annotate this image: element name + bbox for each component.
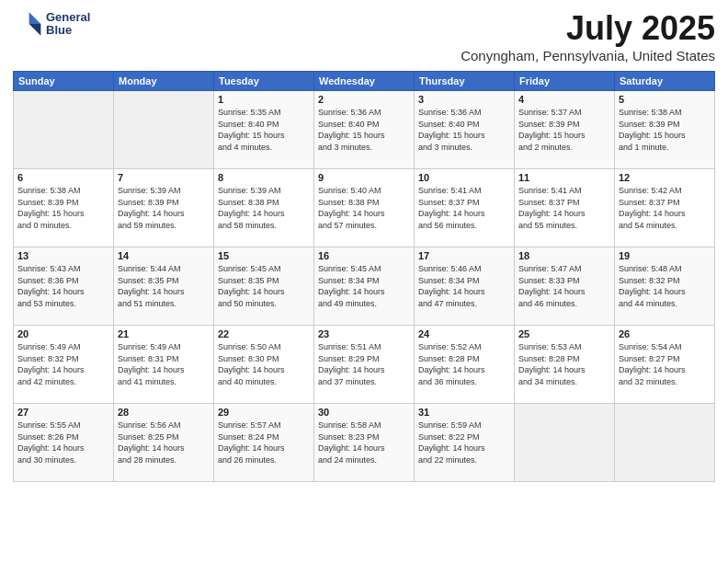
- day-number: 22: [218, 328, 310, 339]
- day-info: Sunrise: 5:41 AM Sunset: 8:37 PM Dayligh…: [418, 185, 510, 231]
- day-number: 13: [17, 250, 109, 261]
- weekday-header-tuesday: Tuesday: [214, 72, 314, 91]
- weekday-header-friday: Friday: [515, 72, 615, 91]
- location-title: Conyngham, Pennsylvania, United States: [461, 48, 715, 63]
- logo-line1: General: [46, 11, 90, 24]
- day-number: 26: [619, 328, 711, 339]
- weekday-header-thursday: Thursday: [415, 72, 515, 91]
- logo: General Blue: [13, 9, 90, 39]
- week-row-3: 13Sunrise: 5:43 AM Sunset: 8:36 PM Dayli…: [14, 247, 715, 326]
- day-info: Sunrise: 5:54 AM Sunset: 8:27 PM Dayligh…: [619, 341, 711, 387]
- day-info: Sunrise: 5:56 AM Sunset: 8:25 PM Dayligh…: [118, 419, 210, 465]
- calendar-cell: 16Sunrise: 5:45 AM Sunset: 8:34 PM Dayli…: [314, 247, 415, 326]
- day-info: Sunrise: 5:39 AM Sunset: 8:38 PM Dayligh…: [218, 185, 310, 231]
- day-number: 6: [17, 172, 109, 183]
- calendar-cell: 21Sunrise: 5:49 AM Sunset: 8:31 PM Dayli…: [114, 326, 214, 404]
- day-info: Sunrise: 5:35 AM Sunset: 8:40 PM Dayligh…: [218, 107, 310, 153]
- day-number: 4: [518, 94, 610, 105]
- day-info: Sunrise: 5:49 AM Sunset: 8:32 PM Dayligh…: [17, 341, 109, 387]
- day-number: 1: [218, 94, 310, 105]
- day-number: 21: [118, 328, 210, 339]
- day-info: Sunrise: 5:47 AM Sunset: 8:33 PM Dayligh…: [518, 263, 610, 309]
- calendar-cell: 2Sunrise: 5:36 AM Sunset: 8:40 PM Daylig…: [314, 91, 415, 169]
- logo-text: General Blue: [46, 11, 90, 38]
- calendar-cell: 15Sunrise: 5:45 AM Sunset: 8:35 PM Dayli…: [214, 247, 314, 326]
- calendar-cell: [615, 404, 715, 482]
- calendar-body: 1Sunrise: 5:35 AM Sunset: 8:40 PM Daylig…: [14, 91, 715, 482]
- day-number: 12: [619, 172, 711, 183]
- calendar-cell: 14Sunrise: 5:44 AM Sunset: 8:35 PM Dayli…: [114, 247, 214, 326]
- day-number: 3: [418, 94, 510, 105]
- day-number: 28: [118, 407, 210, 418]
- calendar-cell: 11Sunrise: 5:41 AM Sunset: 8:37 PM Dayli…: [515, 169, 615, 247]
- calendar-cell: 9Sunrise: 5:40 AM Sunset: 8:38 PM Daylig…: [314, 169, 415, 247]
- day-info: Sunrise: 5:36 AM Sunset: 8:40 PM Dayligh…: [418, 107, 510, 153]
- calendar-cell: 12Sunrise: 5:42 AM Sunset: 8:37 PM Dayli…: [615, 169, 715, 247]
- day-info: Sunrise: 5:43 AM Sunset: 8:36 PM Dayligh…: [17, 263, 109, 309]
- day-number: 9: [318, 172, 410, 183]
- day-number: 29: [218, 407, 310, 418]
- calendar-cell: 1Sunrise: 5:35 AM Sunset: 8:40 PM Daylig…: [214, 91, 314, 169]
- day-info: Sunrise: 5:36 AM Sunset: 8:40 PM Dayligh…: [318, 107, 410, 153]
- calendar-cell: 24Sunrise: 5:52 AM Sunset: 8:28 PM Dayli…: [415, 326, 515, 404]
- logo-icon: [13, 9, 42, 39]
- calendar-cell: 18Sunrise: 5:47 AM Sunset: 8:33 PM Dayli…: [515, 247, 615, 326]
- day-number: 8: [218, 172, 310, 183]
- calendar-cell: 5Sunrise: 5:38 AM Sunset: 8:39 PM Daylig…: [615, 91, 715, 169]
- calendar-cell: 25Sunrise: 5:53 AM Sunset: 8:28 PM Dayli…: [515, 326, 615, 404]
- svg-marker-0: [29, 12, 41, 24]
- day-info: Sunrise: 5:37 AM Sunset: 8:39 PM Dayligh…: [518, 107, 610, 153]
- day-number: 24: [418, 328, 510, 339]
- svg-marker-1: [29, 24, 41, 36]
- day-number: 16: [318, 250, 410, 261]
- day-info: Sunrise: 5:53 AM Sunset: 8:28 PM Dayligh…: [518, 341, 610, 387]
- weekday-header-wednesday: Wednesday: [314, 72, 415, 91]
- day-info: Sunrise: 5:59 AM Sunset: 8:22 PM Dayligh…: [418, 419, 510, 465]
- day-number: 25: [518, 328, 610, 339]
- page: General Blue July 2025 Conyngham, Pennsy…: [0, 0, 728, 563]
- calendar-cell: 10Sunrise: 5:41 AM Sunset: 8:37 PM Dayli…: [415, 169, 515, 247]
- day-info: Sunrise: 5:41 AM Sunset: 8:37 PM Dayligh…: [518, 185, 610, 231]
- day-number: 31: [418, 407, 510, 418]
- calendar-cell: 13Sunrise: 5:43 AM Sunset: 8:36 PM Dayli…: [14, 247, 114, 326]
- day-number: 2: [318, 94, 410, 105]
- day-number: 19: [619, 250, 711, 261]
- week-row-5: 27Sunrise: 5:55 AM Sunset: 8:26 PM Dayli…: [14, 404, 715, 482]
- day-number: 5: [619, 94, 711, 105]
- calendar-cell: [515, 404, 615, 482]
- header: General Blue July 2025 Conyngham, Pennsy…: [13, 9, 715, 63]
- week-row-4: 20Sunrise: 5:49 AM Sunset: 8:32 PM Dayli…: [14, 326, 715, 404]
- day-info: Sunrise: 5:45 AM Sunset: 8:35 PM Dayligh…: [218, 263, 310, 309]
- calendar-header: SundayMondayTuesdayWednesdayThursdayFrid…: [14, 72, 715, 91]
- week-row-1: 1Sunrise: 5:35 AM Sunset: 8:40 PM Daylig…: [14, 91, 715, 169]
- calendar-cell: 17Sunrise: 5:46 AM Sunset: 8:34 PM Dayli…: [415, 247, 515, 326]
- calendar-cell: 4Sunrise: 5:37 AM Sunset: 8:39 PM Daylig…: [515, 91, 615, 169]
- day-number: 10: [418, 172, 510, 183]
- day-number: 27: [17, 407, 109, 418]
- day-info: Sunrise: 5:38 AM Sunset: 8:39 PM Dayligh…: [619, 107, 711, 153]
- day-info: Sunrise: 5:46 AM Sunset: 8:34 PM Dayligh…: [418, 263, 510, 309]
- day-info: Sunrise: 5:38 AM Sunset: 8:39 PM Dayligh…: [17, 185, 109, 231]
- day-info: Sunrise: 5:57 AM Sunset: 8:24 PM Dayligh…: [218, 419, 310, 465]
- day-number: 20: [17, 328, 109, 339]
- day-info: Sunrise: 5:55 AM Sunset: 8:26 PM Dayligh…: [17, 419, 109, 465]
- day-info: Sunrise: 5:40 AM Sunset: 8:38 PM Dayligh…: [318, 185, 410, 231]
- calendar-cell: [14, 91, 114, 169]
- weekday-header-monday: Monday: [114, 72, 214, 91]
- day-info: Sunrise: 5:50 AM Sunset: 8:30 PM Dayligh…: [218, 341, 310, 387]
- weekday-header-saturday: Saturday: [615, 72, 715, 91]
- week-row-2: 6Sunrise: 5:38 AM Sunset: 8:39 PM Daylig…: [14, 169, 715, 247]
- calendar-cell: 31Sunrise: 5:59 AM Sunset: 8:22 PM Dayli…: [415, 404, 515, 482]
- calendar-cell: [114, 91, 214, 169]
- weekday-row: SundayMondayTuesdayWednesdayThursdayFrid…: [14, 72, 715, 91]
- calendar-cell: 7Sunrise: 5:39 AM Sunset: 8:39 PM Daylig…: [114, 169, 214, 247]
- title-block: July 2025 Conyngham, Pennsylvania, Unite…: [461, 9, 715, 63]
- day-info: Sunrise: 5:48 AM Sunset: 8:32 PM Dayligh…: [619, 263, 711, 309]
- day-info: Sunrise: 5:45 AM Sunset: 8:34 PM Dayligh…: [318, 263, 410, 309]
- day-number: 11: [518, 172, 610, 183]
- day-info: Sunrise: 5:49 AM Sunset: 8:31 PM Dayligh…: [118, 341, 210, 387]
- day-info: Sunrise: 5:58 AM Sunset: 8:23 PM Dayligh…: [318, 419, 410, 465]
- day-number: 30: [318, 407, 410, 418]
- day-number: 23: [318, 328, 410, 339]
- calendar-cell: 6Sunrise: 5:38 AM Sunset: 8:39 PM Daylig…: [14, 169, 114, 247]
